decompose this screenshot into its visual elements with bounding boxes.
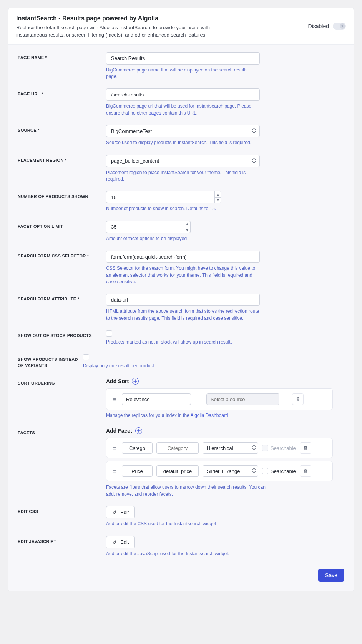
placement-region-label: PLACEMENT REGION *	[18, 155, 106, 163]
source-select[interactable]	[106, 125, 260, 137]
add-sort-button[interactable]	[132, 378, 139, 385]
form-attr-label: SEARCH FORM ATTRIBUTE *	[18, 294, 106, 302]
trash-icon	[303, 445, 308, 451]
card-body: PAGE NAME * BigCommerce page name that w…	[8, 44, 354, 591]
card-title: InstantSearch - Results page powered by …	[16, 15, 231, 22]
num-products-help: Number of products to show in search. De…	[106, 206, 260, 212]
stepper-up[interactable]: ▲	[184, 221, 190, 227]
facet-attr-input[interactable]	[156, 465, 199, 477]
page-url-label: PAGE URL *	[18, 88, 106, 97]
facet-searchable-label: Searchable	[262, 468, 296, 474]
page-name-help: BigCommerce page name that will be displ…	[106, 67, 260, 80]
plus-icon	[137, 429, 141, 433]
facet-limit-help: Amount of facet options to be displayed	[106, 236, 260, 242]
stepper-down[interactable]: ▼	[184, 227, 190, 233]
out-of-stock-checkbox[interactable]	[106, 330, 112, 337]
facet-type-select[interactable]	[203, 465, 258, 477]
edit-js-label: EDIT JAVASCRIPT	[18, 536, 106, 544]
toggle-knob-x-icon: ✕	[340, 23, 345, 29]
facets-label: FACETS	[18, 427, 106, 436]
delete-facet-button[interactable]	[300, 465, 311, 477]
facet-limit-input[interactable]	[106, 221, 184, 233]
sort-ordering-label: SORT ORDERING	[18, 378, 106, 386]
num-products-input[interactable]	[106, 191, 215, 203]
drag-handle-icon[interactable]: ≡	[111, 468, 118, 474]
facet-searchable-checkbox[interactable]	[262, 445, 268, 451]
placement-region-help: Placement region to place InstantSearch …	[106, 169, 260, 183]
drag-handle-icon[interactable]: ≡	[111, 397, 118, 402]
source-label: SOURCE *	[18, 125, 106, 133]
products-variants-help: Display only one result per product	[83, 363, 237, 369]
add-facet-button[interactable]	[135, 427, 142, 434]
save-button[interactable]: Save	[318, 569, 344, 582]
out-of-stock-label: SHOW OUT OF STOCK PRODUCTS	[18, 330, 106, 339]
facet-limit-label: FACET OPTION LIMIT	[18, 221, 106, 229]
pencil-icon	[112, 539, 117, 545]
status-label: Disabled	[308, 23, 329, 29]
pencil-icon	[112, 510, 117, 515]
algolia-dashboard-link[interactable]: Algolia Dashboard	[190, 413, 228, 418]
num-products-label: NUMBER OF PRODUCTS SHOWN	[18, 191, 106, 199]
edit-js-help: Add or edit the JavaScript used for the …	[106, 551, 260, 557]
delete-facet-button[interactable]	[300, 442, 311, 454]
products-variants-label: SHOW PRODUCTS INSTEAD OF VARIANTS	[18, 354, 83, 368]
facet-name-input[interactable]	[122, 442, 153, 454]
facet-name-input[interactable]	[122, 465, 153, 477]
settings-card: InstantSearch - Results page powered by …	[8, 8, 354, 591]
pages-link[interactable]: pages	[149, 110, 161, 116]
products-variants-checkbox[interactable]	[83, 354, 89, 360]
plus-icon	[133, 379, 137, 383]
edit-css-label: EDIT CSS	[18, 506, 106, 515]
facet-searchable-checkbox[interactable]	[262, 468, 268, 474]
add-facet-heading: Add Facet	[106, 428, 132, 434]
stepper-down[interactable]: ▼	[215, 198, 221, 203]
sort-source-select[interactable]	[206, 393, 279, 405]
page-url-help: BigCommerce page url that will be used f…	[106, 103, 260, 116]
sort-panel: ≡	[106, 388, 333, 410]
facet-row: ≡ Searchable	[106, 461, 333, 481]
edit-css-help: Add or edit the CSS used for the Instant…	[106, 521, 260, 527]
page-name-input[interactable]	[106, 52, 260, 65]
page-name-label: PAGE NAME *	[18, 52, 106, 61]
enable-toggle[interactable]: ✕	[333, 23, 346, 30]
facet-searchable-label: Searchable	[262, 445, 296, 451]
facet-type-select[interactable]	[203, 442, 258, 454]
edit-js-button[interactable]: Edit	[106, 536, 135, 548]
form-attr-help: HTML attribute from the above search for…	[106, 308, 260, 322]
out-of-stock-help: Products marked as not in stock will sho…	[106, 339, 260, 345]
card-description: Replace the default search page with Alg…	[16, 24, 231, 39]
sort-name-input[interactable]	[122, 393, 191, 405]
form-attr-input[interactable]	[106, 294, 260, 306]
sort-help: Manage the replicas for your index in th…	[106, 412, 260, 419]
add-sort-heading: Add Sort	[106, 378, 129, 384]
delete-sort-button[interactable]	[292, 393, 304, 405]
css-selector-help: CSS Selector for the search form. You mi…	[106, 265, 260, 285]
edit-css-button[interactable]: Edit	[106, 506, 135, 518]
css-selector-label: SEARCH FORM CSS SELECTOR *	[18, 251, 106, 259]
trash-icon	[295, 397, 301, 402]
trash-icon	[303, 468, 308, 474]
facet-row: ≡ Searchable	[106, 438, 333, 458]
facets-help: Facets are filters that allow users to n…	[106, 484, 267, 498]
facet-attr-input[interactable]	[156, 442, 199, 454]
placement-region-select[interactable]	[106, 155, 260, 167]
drag-handle-icon[interactable]: ≡	[111, 445, 118, 451]
css-selector-input[interactable]	[106, 251, 260, 263]
source-help: Source used to display products in Insta…	[106, 139, 260, 146]
card-header: InstantSearch - Results page powered by …	[8, 8, 354, 44]
stepper-up[interactable]: ▲	[215, 191, 221, 198]
page-url-input[interactable]	[106, 88, 260, 101]
